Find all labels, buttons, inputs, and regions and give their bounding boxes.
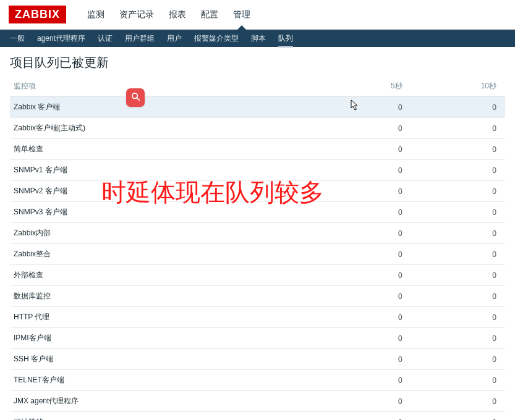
table-row[interactable]: 可计算的00 xyxy=(10,412,505,421)
cell-5s: 0 xyxy=(307,391,406,412)
table-row[interactable]: Zabbix整合00 xyxy=(10,244,505,265)
cell-monitor: 数据库监控 xyxy=(10,286,307,307)
subnav-usergroups[interactable]: 用户群组 xyxy=(119,29,161,48)
topnav-admin[interactable]: 管理 xyxy=(226,1,258,29)
subnav-proxies[interactable]: agent代理程序 xyxy=(31,29,92,48)
page-title: 项目队列已被更新 xyxy=(0,47,515,76)
table-row[interactable]: HTTP 代理00 xyxy=(10,307,505,328)
cell-monitor: Zabbix 客户端 xyxy=(10,97,307,118)
cell-5s: 0 xyxy=(307,370,406,391)
cell-10s: 0 xyxy=(406,118,505,139)
top-nav: ZABBIX 监测 资产记录 报表 配置 管理 xyxy=(0,0,515,30)
subnav-users[interactable]: 用户 xyxy=(161,29,188,48)
cell-5s: 0 xyxy=(307,307,406,328)
topnav-config[interactable]: 配置 xyxy=(194,1,226,29)
cursor-icon xyxy=(351,99,359,113)
cell-10s: 0 xyxy=(406,412,505,421)
topnav-reports[interactable]: 报表 xyxy=(161,1,194,29)
cell-5s: 0 xyxy=(307,412,406,421)
cell-10s: 0 xyxy=(406,97,505,118)
cell-5s: 0 xyxy=(307,223,406,244)
search-badge[interactable] xyxy=(126,88,145,107)
search-icon xyxy=(130,91,141,104)
cell-5s: 0 xyxy=(307,349,406,370)
subnav-general[interactable]: 一般 xyxy=(4,29,31,48)
sub-nav: 一般 agent代理程序 认证 用户群组 用户 报警媒介类型 脚本 队列 xyxy=(0,30,515,47)
cell-10s: 0 xyxy=(406,328,505,349)
queue-table: 监控项 5秒 10秒 Zabbix 客户端00Zabbix客户端(主动式)00简… xyxy=(10,76,505,420)
cell-10s: 0 xyxy=(406,307,505,328)
cell-10s: 0 xyxy=(406,391,505,412)
table-row[interactable]: 外部检查00 xyxy=(10,265,505,286)
cell-5s: 0 xyxy=(307,328,406,349)
th-10s[interactable]: 10秒 xyxy=(406,76,505,97)
subnav-scripts[interactable]: 脚本 xyxy=(245,29,272,48)
topnav-monitor[interactable]: 监测 xyxy=(80,1,112,29)
cell-10s: 0 xyxy=(406,202,505,223)
cell-5s: 0 xyxy=(307,265,406,286)
brand-logo[interactable]: ZABBIX xyxy=(9,6,66,23)
table-row[interactable]: Zabbix客户端(主动式)00 xyxy=(10,118,505,139)
cell-5s: 0 xyxy=(307,286,406,307)
cell-monitor: 可计算的 xyxy=(10,412,307,421)
cell-5s: 0 xyxy=(307,244,406,265)
subnav-queue[interactable]: 队列 xyxy=(272,29,299,48)
cell-10s: 0 xyxy=(406,244,505,265)
svg-point-0 xyxy=(132,93,137,98)
cell-10s: 0 xyxy=(406,223,505,244)
cell-10s: 0 xyxy=(406,139,505,160)
table-row[interactable]: JMX agent代理程序00 xyxy=(10,391,505,412)
th-5s[interactable]: 5秒 xyxy=(307,76,406,97)
table-row[interactable]: 简单检查00 xyxy=(10,139,505,160)
table-row[interactable]: Zabbix内部00 xyxy=(10,223,505,244)
cell-monitor: Zabbix整合 xyxy=(10,244,307,265)
cell-5s: 0 xyxy=(307,139,406,160)
table-row[interactable]: 数据库监控00 xyxy=(10,286,505,307)
cell-monitor: JMX agent代理程序 xyxy=(10,391,307,412)
cell-10s: 0 xyxy=(406,265,505,286)
svg-line-1 xyxy=(137,98,139,100)
th-monitor[interactable]: 监控项 xyxy=(10,76,307,97)
cell-monitor: Zabbix内部 xyxy=(10,223,307,244)
cell-monitor: IPMI客户端 xyxy=(10,328,307,349)
cell-monitor: SSH 客户端 xyxy=(10,349,307,370)
subnav-auth[interactable]: 认证 xyxy=(92,29,119,48)
cell-monitor: Zabbix客户端(主动式) xyxy=(10,118,307,139)
subnav-mediatypes[interactable]: 报警媒介类型 xyxy=(188,29,245,48)
cell-10s: 0 xyxy=(406,160,505,181)
cell-10s: 0 xyxy=(406,181,505,202)
cell-monitor: 外部检查 xyxy=(10,265,307,286)
cell-monitor: TELNET客户端 xyxy=(10,370,307,391)
table-row[interactable]: SSH 客户端00 xyxy=(10,349,505,370)
cell-5s: 0 xyxy=(307,118,406,139)
table-row[interactable]: Zabbix 客户端00 xyxy=(10,97,505,118)
annotation-overlay: 时延体现在队列较多 xyxy=(101,175,324,209)
cell-10s: 0 xyxy=(406,370,505,391)
cell-10s: 0 xyxy=(406,286,505,307)
table-row[interactable]: IPMI客户端00 xyxy=(10,328,505,349)
content-area: 监控项 5秒 10秒 Zabbix 客户端00Zabbix客户端(主动式)00简… xyxy=(0,76,515,420)
cell-monitor: 简单检查 xyxy=(10,139,307,160)
cell-monitor: HTTP 代理 xyxy=(10,307,307,328)
cell-10s: 0 xyxy=(406,349,505,370)
table-row[interactable]: TELNET客户端00 xyxy=(10,370,505,391)
topnav-inventory[interactable]: 资产记录 xyxy=(112,1,161,29)
